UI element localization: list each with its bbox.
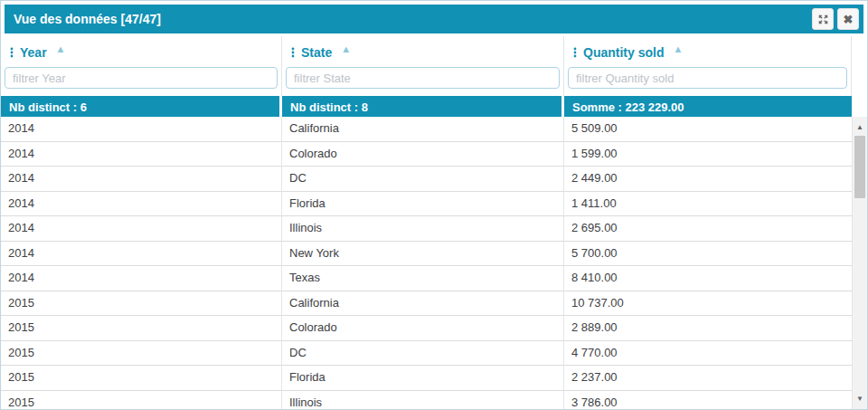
cell-year: 2015 <box>1 291 282 317</box>
filter-year-input[interactable] <box>5 67 278 89</box>
cell-quantity: 2 889.00 <box>564 316 852 341</box>
column-menu-icon[interactable] <box>291 47 295 58</box>
column-header-state[interactable]: State ▲ <box>286 42 560 63</box>
column-label: Quantity sold <box>583 45 664 60</box>
cell-quantity: 1 411.00 <box>564 192 852 217</box>
cell-state: New York <box>282 242 564 267</box>
table-row[interactable]: 2014 Florida 1 411.00 <box>1 192 852 217</box>
table-header: Year ▲ State ▲ Quantity sold ▲ <box>1 36 867 96</box>
cell-quantity: 2 237.00 <box>564 366 852 391</box>
cell-year: 2014 <box>1 192 282 217</box>
sort-asc-icon[interactable]: ▲ <box>341 43 351 54</box>
cell-state: Illinois <box>282 216 564 242</box>
scroll-down-icon[interactable]: ▼ <box>853 391 867 406</box>
table-row[interactable]: 2014 Colorado 1 599.00 <box>1 142 852 167</box>
close-button[interactable]: ✖ <box>837 8 859 30</box>
vertical-scrollbar[interactable]: ▲ ▼ <box>852 117 867 409</box>
titlebar: Vue des données [47/47] ✖ <box>5 5 863 33</box>
data-view-window: Vue des données [47/47] ✖ Year <box>0 0 868 410</box>
cell-year: 2015 <box>1 391 282 410</box>
cell-quantity: 1 599.00 <box>564 142 852 167</box>
cell-state: Colorado <box>282 142 564 167</box>
cell-quantity: 3 786.00 <box>564 391 852 410</box>
column-menu-icon[interactable] <box>573 47 577 58</box>
cell-state: DC <box>282 167 564 192</box>
table-body: 2014 California 5 509.00 2014 Colorado 1… <box>1 117 867 409</box>
scroll-up-icon[interactable]: ▲ <box>853 119 867 135</box>
cell-quantity: 5 700.00 <box>564 242 852 267</box>
header-column-year: Year ▲ <box>1 36 282 96</box>
window-title: Vue des données [47/47] <box>14 12 161 26</box>
cell-quantity: 8 410.00 <box>564 266 852 291</box>
cell-year: 2014 <box>1 167 282 192</box>
cell-year: 2015 <box>1 316 282 341</box>
cell-year: 2014 <box>1 142 282 167</box>
expand-button[interactable] <box>812 8 834 30</box>
cell-year: 2014 <box>1 117 282 142</box>
cell-year: 2015 <box>1 366 282 391</box>
table-row[interactable]: 2015 Colorado 2 889.00 <box>1 316 852 341</box>
table-row[interactable]: 2014 Illinois 2 695.00 <box>1 216 852 242</box>
cell-quantity: 2 449.00 <box>564 167 852 192</box>
cell-state: Texas <box>282 266 564 291</box>
column-header-quantity[interactable]: Quantity sold ▲ <box>568 42 847 63</box>
table-row[interactable]: 2015 DC 4 770.00 <box>1 341 852 367</box>
table-row[interactable]: 2014 New York 5 700.00 <box>1 242 852 267</box>
cell-state: DC <box>282 341 564 367</box>
filter-quantity-input[interactable] <box>568 67 847 89</box>
table-rows: 2014 California 5 509.00 2014 Colorado 1… <box>1 117 867 409</box>
table-row[interactable]: 2015 Florida 2 237.00 <box>1 366 852 391</box>
cell-quantity: 2 695.00 <box>564 216 852 242</box>
column-header-year[interactable]: Year ▲ <box>5 42 278 63</box>
cell-state: Illinois <box>282 391 564 410</box>
column-menu-icon[interactable] <box>10 47 14 58</box>
table-row[interactable]: 2015 Illinois 3 786.00 <box>1 391 852 410</box>
cell-year: 2014 <box>1 242 282 267</box>
cell-state: California <box>282 291 564 317</box>
header-column-state: State ▲ <box>282 36 564 96</box>
sort-asc-icon[interactable]: ▲ <box>673 43 683 54</box>
cell-quantity: 5 509.00 <box>564 117 852 142</box>
cell-state: Florida <box>282 366 564 391</box>
cell-year: 2015 <box>1 341 282 367</box>
window-controls: ✖ <box>812 8 859 30</box>
table-row[interactable]: 2015 California 10 737.00 <box>1 291 852 317</box>
cell-state: Colorado <box>282 316 564 341</box>
table-row[interactable]: 2014 DC 2 449.00 <box>1 167 852 192</box>
cell-state: Florida <box>282 192 564 217</box>
cell-year: 2014 <box>1 266 282 291</box>
sort-asc-icon[interactable]: ▲ <box>56 43 66 54</box>
table-row[interactable]: 2014 California 5 509.00 <box>1 117 852 142</box>
filter-state-input[interactable] <box>286 67 560 89</box>
column-label: State <box>301 45 332 60</box>
cell-quantity: 4 770.00 <box>564 341 852 367</box>
scrollbar-thumb[interactable] <box>854 136 865 198</box>
table-row[interactable]: 2014 Texas 8 410.00 <box>1 266 852 291</box>
header-column-quantity: Quantity sold ▲ <box>564 36 852 96</box>
cell-quantity: 10 737.00 <box>564 291 852 317</box>
cell-state: California <box>282 117 564 142</box>
close-icon: ✖ <box>844 14 854 25</box>
expand-icon <box>817 14 829 25</box>
cell-year: 2014 <box>1 216 282 242</box>
column-label: Year <box>20 45 47 60</box>
